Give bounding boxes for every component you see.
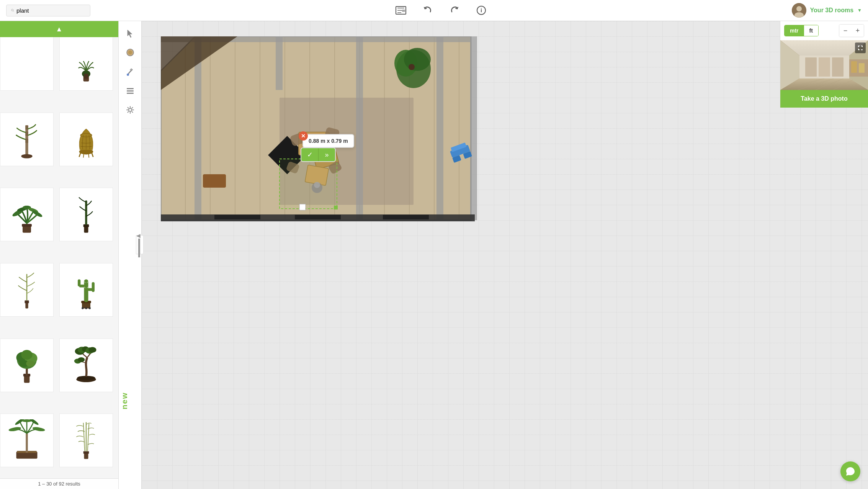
svg-rect-125 (334, 206, 338, 209)
svg-line-79 (83, 423, 85, 451)
svg-point-89 (129, 108, 132, 111)
svg-rect-124 (280, 159, 337, 209)
list-item[interactable] (0, 113, 54, 166)
svg-point-72 (8, 427, 21, 432)
zoom-out-button[interactable]: − (839, 25, 852, 37)
list-item[interactable] (59, 188, 113, 241)
svg-rect-87 (127, 90, 134, 92)
svg-point-128 (314, 182, 320, 188)
svg-rect-71 (26, 433, 28, 453)
list-item[interactable] (59, 37, 113, 91)
plant-image (67, 344, 105, 386)
plant-image (67, 118, 105, 160)
top-right: Your 3D rooms ▼ (792, 3, 862, 18)
main-canvas[interactable]: ✕ 0.88 m x 0.79 m ✓ » (142, 21, 868, 489)
svg-point-16 (21, 154, 32, 158)
list-item[interactable] (59, 263, 113, 317)
paint-tool-button[interactable] (122, 63, 139, 80)
svg-rect-115 (203, 174, 226, 188)
chevron-down-icon[interactable]: ▼ (857, 8, 862, 13)
your-rooms-label[interactable]: Your 3D rooms (810, 7, 854, 14)
plant-image (67, 193, 105, 236)
top-center-tools: i (90, 3, 792, 18)
plant-image (8, 344, 46, 386)
sidebar-arrow-icon: ▲ (56, 25, 63, 33)
dimension-confirm-button[interactable]: ✓ (301, 148, 318, 161)
svg-rect-43 (92, 282, 94, 292)
items-list-button[interactable] (122, 82, 139, 99)
plant-image (67, 269, 105, 311)
list-item[interactable] (59, 414, 113, 467)
draw-room-button[interactable] (122, 44, 139, 61)
svg-rect-11 (84, 74, 88, 79)
svg-rect-99 (436, 36, 443, 220)
plant-image (8, 193, 46, 236)
svg-point-49 (82, 307, 84, 309)
svg-rect-32 (85, 201, 87, 225)
svg-rect-78 (83, 451, 89, 454)
svg-rect-142 (851, 61, 857, 73)
svg-rect-138 (805, 57, 817, 77)
svg-point-66 (88, 347, 96, 353)
svg-rect-88 (127, 93, 134, 94)
zoom-in-button[interactable]: + (852, 25, 864, 37)
list-item[interactable] (0, 263, 54, 317)
dimension-popup: 0.88 m x 0.79 m (302, 134, 354, 148)
svg-point-50 (88, 307, 91, 309)
svg-text:i: i (481, 7, 482, 13)
sidebar-collapse-header[interactable]: ▲ (0, 21, 118, 37)
svg-point-118 (404, 48, 431, 71)
svg-point-57 (21, 350, 32, 360)
unit-ft-button[interactable]: ft (804, 25, 818, 36)
svg-rect-126 (299, 204, 306, 210)
plant-image (8, 118, 46, 160)
list-item[interactable] (0, 339, 54, 392)
settings-button[interactable] (122, 101, 139, 118)
redo-button[interactable] (447, 3, 462, 18)
take-3d-photo-button[interactable]: Take a 3D photo (780, 90, 868, 108)
list-item[interactable] (59, 113, 113, 166)
svg-rect-103 (214, 215, 260, 219)
sidebar-collapse-button[interactable]: ◀ ▐ ▐ ▐ (136, 235, 144, 254)
list-item[interactable] (59, 339, 113, 392)
svg-point-7 (796, 6, 802, 11)
avatar[interactable] (792, 3, 806, 18)
svg-point-76 (32, 427, 45, 432)
svg-rect-34 (25, 300, 29, 303)
unit-switcher: mtr ft − + (780, 21, 868, 40)
topbar: plant i (0, 0, 868, 21)
right-panel: mtr ft − + (780, 21, 868, 108)
list-item[interactable] (0, 414, 54, 467)
zoom-group: − + (839, 24, 864, 37)
search-input[interactable]: plant (16, 7, 85, 14)
plant-image (8, 419, 46, 461)
svg-rect-3 (402, 10, 405, 12)
info-button[interactable]: i (474, 3, 489, 18)
unit-mtr-button[interactable]: mtr (785, 25, 804, 36)
svg-rect-140 (832, 57, 843, 77)
svg-rect-39 (84, 279, 88, 302)
svg-rect-24 (22, 224, 32, 227)
dimension-close-button[interactable]: ✕ (299, 131, 308, 141)
search-box[interactable]: plant (6, 5, 90, 16)
undo-button[interactable] (420, 3, 435, 18)
list-item[interactable] (0, 188, 54, 241)
fullscreen-button[interactable] (855, 43, 866, 53)
svg-point-68 (78, 357, 85, 362)
support-chat-button[interactable] (840, 461, 860, 481)
view-mode-button[interactable] (393, 3, 409, 18)
plant-image (67, 43, 105, 85)
svg-rect-97 (276, 36, 283, 90)
svg-point-59 (26, 360, 34, 367)
plant-grid (0, 37, 118, 489)
dimension-next-button[interactable]: » (318, 148, 335, 161)
svg-rect-86 (127, 88, 134, 89)
svg-rect-143 (859, 63, 865, 73)
svg-rect-100 (470, 36, 477, 220)
3d-preview-thumbnail[interactable] (780, 40, 868, 90)
svg-point-119 (409, 64, 415, 70)
list-item[interactable] (0, 37, 54, 91)
svg-point-85 (127, 74, 129, 76)
plant-image (8, 269, 46, 311)
select-tool-button[interactable] (122, 25, 139, 42)
